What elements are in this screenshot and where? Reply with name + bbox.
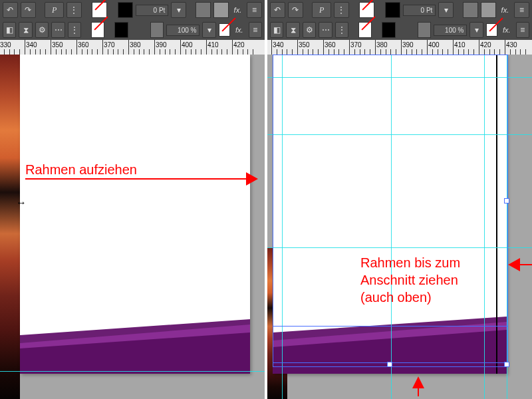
fill-swatch-none[interactable] xyxy=(92,2,107,18)
annotation-left: Rahmen aufziehen xyxy=(25,161,137,178)
ruler-label: 370 xyxy=(104,41,115,49)
ruler-label: 420 xyxy=(480,41,491,49)
ruler-label: 330 xyxy=(0,41,11,49)
ruler-label: 410 xyxy=(207,41,219,49)
ruler-label: 430 xyxy=(506,41,517,49)
undo-icon[interactable]: ↶ xyxy=(270,2,285,18)
ruler-label: 340 xyxy=(273,41,284,49)
grid-icon1[interactable] xyxy=(418,22,431,38)
stroke-menu-icon[interactable]: ▾ xyxy=(171,2,186,18)
stroke-swatch-black2[interactable] xyxy=(114,22,128,38)
align2-button[interactable]: ≡ xyxy=(249,22,262,38)
fx-button2[interactable]: fx. xyxy=(233,26,246,34)
ruler-label: 390 xyxy=(156,41,167,49)
more-icon[interactable]: ⋮ xyxy=(334,2,349,18)
arrow-right-line xyxy=(520,264,532,265)
dotted-icon[interactable]: ⋯ xyxy=(319,22,332,38)
ruler-label: 400 xyxy=(428,41,440,49)
opacity-menu-icon[interactable]: ▾ xyxy=(202,22,215,38)
swatch-none-small[interactable] xyxy=(219,23,230,37)
redo-icon[interactable]: ↷ xyxy=(288,2,303,18)
page[interactable] xyxy=(20,55,250,374)
photo-strip xyxy=(0,55,20,399)
view-right: ↶ ↷ P ⋮ 0 Pt ▾ fx. ≡ ◧ ⧗ ⚙ ⋯ ⋮ xyxy=(267,0,532,399)
view-left: ↶ ↷ P ⋮ 0 Pt ▾ fx. ≡ ◧ ⧗ ⚙ ⋯ ⋮ xyxy=(0,0,265,399)
annotation-right: Rahmen bis zum Anschnitt ziehen (auch ob… xyxy=(360,254,460,306)
fx-button[interactable]: fx. xyxy=(499,6,512,14)
ruler-label: 420 xyxy=(233,41,245,49)
tool-icon-1[interactable]: ◧ xyxy=(3,22,16,38)
canvas-right[interactable]: Rahmen bis zum Anschnitt ziehen (auch ob… xyxy=(267,55,532,399)
more-icon[interactable]: ⋮ xyxy=(66,2,82,18)
arrow-right-head-icon xyxy=(508,258,520,271)
tool-icon-2[interactable]: ⧗ xyxy=(19,22,32,38)
canvas-left[interactable]: ↔ Rahmen aufziehen xyxy=(0,55,265,399)
undo-icon[interactable]: ↶ xyxy=(3,2,18,18)
swatch-none-small[interactable] xyxy=(486,23,497,37)
align2-button[interactable]: ≡ xyxy=(516,22,529,38)
swatch-grey2[interactable] xyxy=(481,2,496,18)
resize-handle-se[interactable] xyxy=(504,362,509,367)
ruler-label: 380 xyxy=(376,41,388,49)
stroke-swatch-black[interactable] xyxy=(118,2,133,18)
fx-button2[interactable]: fx. xyxy=(500,26,513,34)
resize-handle-s[interactable] xyxy=(387,362,392,367)
fx-button[interactable]: fx. xyxy=(231,6,245,14)
quickapply-icon[interactable]: ⚙ xyxy=(35,22,49,38)
toolbar: ↶ ↷ P ⋮ 0 Pt ▾ fx. ≡ ◧ ⧗ ⚙ ⋯ ⋮ xyxy=(267,0,532,41)
dotted-icon[interactable]: ⋯ xyxy=(51,22,65,38)
quickapply-icon[interactable]: ⚙ xyxy=(303,22,316,38)
ruler-label: 340 xyxy=(26,41,37,49)
opacity-menu-icon[interactable]: ▾ xyxy=(469,22,483,38)
ruler-label: 400 xyxy=(182,41,193,49)
fill-swatch-none2[interactable] xyxy=(91,22,104,38)
inner-frame[interactable] xyxy=(273,326,508,363)
align-button[interactable]: ≡ xyxy=(247,2,262,18)
char-style-button[interactable]: P xyxy=(312,2,331,18)
tool-icon-2[interactable]: ⧗ xyxy=(286,22,299,38)
fill-swatch-none[interactable] xyxy=(359,2,374,18)
stroke-weight-field[interactable]: 0 Pt xyxy=(136,5,169,16)
redo-icon[interactable]: ↷ xyxy=(21,2,36,18)
resize-handle-e[interactable] xyxy=(504,198,509,203)
opacity-field[interactable]: 100 % xyxy=(166,25,200,36)
ruler-label: 410 xyxy=(454,41,466,49)
more2-icon[interactable]: ⋮ xyxy=(68,22,81,38)
stroke-menu-icon[interactable]: ▾ xyxy=(438,2,454,18)
ruler-horizontal[interactable]: 340350360370380390400410420430 xyxy=(267,40,532,55)
ruler-label: 360 xyxy=(325,41,336,49)
ruler-horizontal[interactable]: 330340350360370380390400410420 xyxy=(0,40,265,55)
swatch-grey2[interactable] xyxy=(213,2,229,18)
ruler-label: 380 xyxy=(130,41,141,49)
grid-icon1[interactable] xyxy=(150,22,164,38)
stroke-weight-field[interactable]: 0 Pt xyxy=(403,5,436,16)
ruler-label: 360 xyxy=(78,41,89,49)
purple-wedge xyxy=(20,314,250,374)
guide-h[interactable] xyxy=(0,371,265,372)
stroke-swatch-black2[interactable] xyxy=(382,22,395,38)
stroke-swatch-black[interactable] xyxy=(385,2,400,18)
arrow-left-head-icon xyxy=(246,172,258,186)
ruler-label: 370 xyxy=(350,41,362,49)
tool-icon-1[interactable]: ◧ xyxy=(270,22,283,38)
swatch-grey[interactable] xyxy=(196,2,211,18)
toolbar: ↶ ↷ P ⋮ 0 Pt ▾ fx. ≡ ◧ ⧗ ⚙ ⋯ ⋮ xyxy=(0,0,265,41)
align-button[interactable]: ≡ xyxy=(514,2,529,18)
resize-cursor-icon: ↔ xyxy=(16,197,27,209)
ruler-label: 350 xyxy=(299,41,310,49)
more2-icon[interactable]: ⋮ xyxy=(335,22,348,38)
swatch-grey[interactable] xyxy=(463,2,478,18)
arrow-left xyxy=(25,178,246,180)
arrow-up-line xyxy=(418,387,419,396)
fill-swatch-none2[interactable] xyxy=(358,22,372,38)
ruler-label: 390 xyxy=(402,41,414,49)
selection-frame[interactable] xyxy=(273,55,508,367)
opacity-field[interactable]: 100 % xyxy=(434,25,467,36)
ruler-label: 350 xyxy=(52,41,63,49)
char-style-button[interactable]: P xyxy=(45,2,64,18)
